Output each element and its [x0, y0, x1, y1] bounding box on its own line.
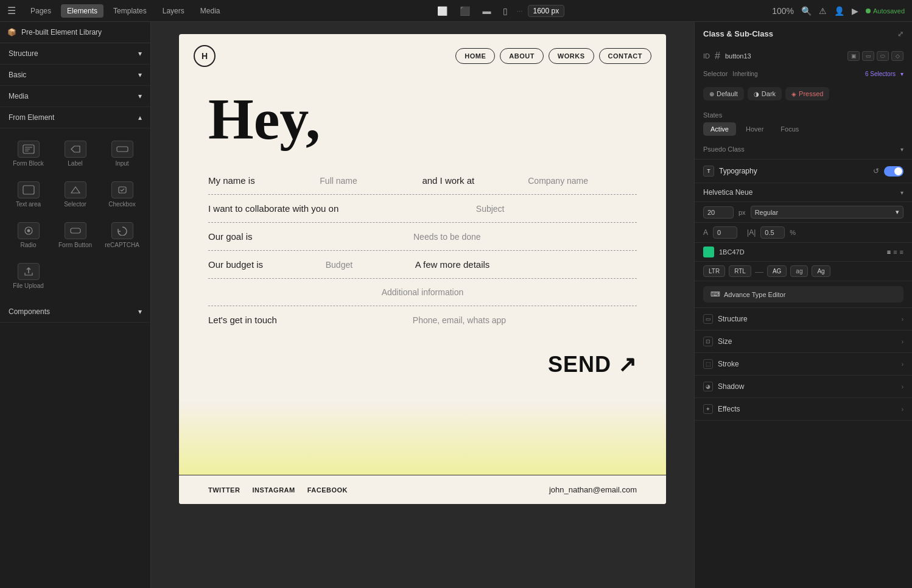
form-field-company[interactable]: Company name [479, 176, 637, 186]
page-content: Hey, My name is Full name and I work at … [179, 78, 666, 402]
letter-spacing-input[interactable]: 0 [713, 226, 737, 239]
panel-close-icon[interactable]: ⤢ [897, 30, 903, 38]
id-icon-diamond[interactable]: ◇ [891, 51, 903, 61]
canvas-area[interactable]: H HOME ABOUT WORKS CONTACT Hey, My name … [151, 22, 694, 588]
form-field-subject[interactable]: Subject [343, 204, 637, 214]
section-media[interactable]: Media ▾ [0, 86, 150, 107]
menu-icon[interactable]: ☰ [7, 5, 16, 16]
warning-icon[interactable]: ⚠ [819, 6, 827, 16]
left-sidebar: 📦 Pre-built Element Library Structure ▾ … [0, 22, 151, 588]
state-pressed-btn[interactable]: ◈ Pressed [785, 87, 829, 100]
align-right-icon[interactable]: ≡ [900, 248, 903, 256]
footer-link-instagram[interactable]: INSTAGRAM [252, 486, 295, 494]
nav-link-works[interactable]: WORKS [549, 48, 594, 64]
advance-type-editor-btn[interactable]: ⌨ Advance Type Editor [703, 286, 903, 303]
id-icon-square[interactable]: ▣ [847, 51, 860, 61]
device-desktop-btn[interactable]: ⬜ [433, 4, 451, 18]
nav-templates[interactable]: Templates [107, 4, 153, 18]
shadow-chevron-icon: › [902, 383, 903, 390]
section-structure[interactable]: Structure ▾ [0, 43, 150, 65]
nav-link-home[interactable]: HOME [455, 48, 495, 64]
form-field-goal[interactable]: Needs to be done [258, 232, 637, 242]
resolution-display[interactable]: 1600 px [528, 5, 565, 17]
typography-toggle[interactable] [884, 166, 903, 177]
rtl-btn[interactable]: RTL [729, 265, 751, 277]
section-basic[interactable]: Basic ▾ [0, 65, 150, 86]
device-tablet-landscape-btn[interactable]: ⬛ [456, 4, 474, 18]
user-icon[interactable]: 👤 [834, 6, 844, 16]
element-file-upload[interactable]: File Upload [7, 258, 49, 294]
selectors-badge[interactable]: 6 Selectors [865, 71, 896, 77]
undo-icon[interactable]: ↺ [873, 167, 879, 175]
line-height-input[interactable]: 0.5 [760, 226, 785, 239]
form-block-icon [18, 141, 40, 158]
class-subclass-section: Class & Sub-Class ⤢ ID # button13 ▣ ▭ ⬭ … [695, 22, 912, 159]
prebuilt-label: Pre-built Element Library [21, 28, 102, 37]
states-tabs: Active Hover Focus [703, 122, 903, 136]
id-icon-rect[interactable]: ▭ [862, 51, 874, 61]
element-selector[interactable]: Selector [54, 177, 96, 212]
device-tablet-btn[interactable]: ▬ [479, 4, 494, 18]
element-textarea[interactable]: Text area [7, 177, 49, 212]
structure-icon: ▭ [703, 314, 713, 324]
font-size-input[interactable]: 20 [703, 206, 734, 219]
form-field-name[interactable]: Full name [260, 176, 418, 186]
selectors-chevron[interactable]: ▾ [900, 71, 903, 77]
align-left-icon[interactable]: ≡ [887, 248, 891, 256]
size-header[interactable]: ⊡ Size › [695, 331, 912, 352]
nav-elements[interactable]: Elements [61, 4, 103, 18]
state-tab-hover[interactable]: Hover [738, 122, 771, 136]
stroke-header[interactable]: ⬚ Stroke › [695, 353, 912, 375]
form-field-budget[interactable]: Budget [268, 260, 410, 270]
selector-icon [65, 181, 86, 198]
element-form-button[interactable]: Form Button [54, 217, 96, 253]
form-row-2: I want to collaborate with you on Subjec… [208, 195, 637, 223]
footer-link-twitter[interactable]: TWITTER [208, 486, 240, 494]
nav-link-about[interactable]: ABOUT [500, 48, 544, 64]
element-radio[interactable]: Radio [7, 217, 49, 253]
element-recaptcha[interactable]: reCAPTCHA [101, 217, 143, 253]
section-components[interactable]: Components ▾ [0, 301, 150, 323]
element-form-block[interactable]: Form Block [7, 136, 49, 172]
prebuilt-header[interactable]: 📦 Pre-built Element Library [0, 22, 150, 43]
element-input[interactable]: Input [101, 136, 143, 172]
pseudo-chevron-icon[interactable]: ▾ [900, 146, 903, 153]
nav-media[interactable]: Media [194, 4, 226, 18]
size-subpanel: ⊡ Size › [695, 331, 912, 353]
form-label-2: I want to collaborate with you on [208, 203, 338, 214]
structure-header[interactable]: ▭ Structure › [695, 308, 912, 330]
search-icon[interactable]: 🔍 [801, 6, 812, 16]
effects-header[interactable]: ✦ Effects › [695, 398, 912, 420]
align-center-icon[interactable]: ≡ [893, 248, 897, 256]
svg-point-8 [27, 229, 30, 233]
zoom-display[interactable]: 100% [772, 6, 794, 16]
footer-link-facebook[interactable]: FACEBOOK [307, 486, 348, 494]
element-label[interactable]: Label [54, 136, 96, 172]
nav-pages[interactable]: Pages [24, 4, 57, 18]
shadow-header[interactable]: ◕ Shadow › [695, 376, 912, 397]
form-field-contact[interactable]: Phone, email, whats app [282, 315, 637, 325]
form-field-additional[interactable]: Additional information [208, 287, 637, 297]
case-title-btn[interactable]: Ag [812, 265, 830, 277]
ltr-btn[interactable]: LTR [703, 265, 725, 277]
color-swatch[interactable] [703, 247, 714, 257]
nav-layers[interactable]: Layers [156, 4, 191, 18]
font-name-row[interactable]: Helvetica Neue ▾ [695, 183, 912, 202]
state-tab-active[interactable]: Active [703, 122, 736, 136]
state-default-btn[interactable]: ⊕ Default [703, 87, 744, 100]
id-icon-pill[interactable]: ⬭ [877, 51, 889, 61]
play-icon[interactable]: ▶ [852, 6, 858, 16]
nav-link-contact[interactable]: CONTACT [599, 48, 651, 64]
element-checkbox[interactable]: Checkbox [101, 177, 143, 212]
send-button[interactable]: SEND ↗ [208, 352, 637, 377]
state-tab-focus[interactable]: Focus [773, 122, 806, 136]
form-row-contact: Let's get in touch Phone, email, whats a… [208, 306, 637, 334]
case-upper-btn[interactable]: AG [767, 265, 787, 277]
topbar: ☰ Pages Elements Templates Layers Media … [0, 0, 912, 22]
section-from-element[interactable]: From Element ▴ [0, 107, 150, 128]
device-mobile-btn[interactable]: ▯ [499, 4, 511, 18]
font-weight-select[interactable]: Regular ▾ [751, 206, 903, 219]
state-dark-btn[interactable]: ◑ Dark [748, 87, 782, 100]
case-lower-btn[interactable]: ag [790, 265, 808, 277]
page-nav: H HOME ABOUT WORKS CONTACT [179, 34, 666, 78]
